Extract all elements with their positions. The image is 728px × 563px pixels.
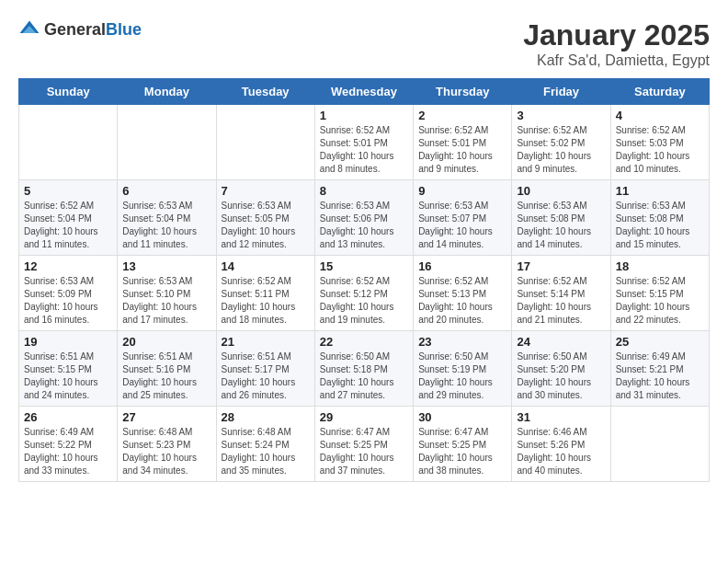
day-number: 8 [320, 184, 408, 198]
day-info: Sunrise: 6:53 AM Sunset: 5:10 PM Dayligh… [122, 275, 210, 327]
calendar-cell-day-12: 12Sunrise: 6:53 AM Sunset: 5:09 PM Dayli… [19, 256, 118, 331]
calendar-header-sunday: Sunday [19, 79, 118, 105]
day-number: 11 [616, 184, 704, 198]
calendar-cell-day-11: 11Sunrise: 6:53 AM Sunset: 5:08 PM Dayli… [610, 180, 709, 256]
calendar-cell-day-21: 21Sunrise: 6:51 AM Sunset: 5:17 PM Dayli… [216, 331, 314, 407]
calendar-cell-day-31: 31Sunrise: 6:46 AM Sunset: 5:26 PM Dayli… [512, 407, 610, 482]
calendar-cell-day-13: 13Sunrise: 6:53 AM Sunset: 5:10 PM Dayli… [118, 256, 216, 331]
calendar-cell-day-4: 4Sunrise: 6:52 AM Sunset: 5:03 PM Daylig… [610, 105, 709, 180]
calendar-cell-day-24: 24Sunrise: 6:50 AM Sunset: 5:20 PM Dayli… [512, 331, 610, 407]
calendar-cell-empty [19, 105, 118, 180]
day-info: Sunrise: 6:52 AM Sunset: 5:03 PM Dayligh… [616, 124, 704, 176]
day-info: Sunrise: 6:53 AM Sunset: 5:08 PM Dayligh… [616, 200, 704, 251]
day-number: 1 [320, 109, 408, 122]
day-info: Sunrise: 6:46 AM Sunset: 5:26 PM Dayligh… [517, 426, 605, 477]
day-number: 20 [122, 335, 210, 349]
calendar-cell-day-14: 14Sunrise: 6:52 AM Sunset: 5:11 PM Dayli… [216, 256, 314, 331]
day-number: 7 [222, 184, 310, 198]
calendar-cell-day-3: 3Sunrise: 6:52 AM Sunset: 5:02 PM Daylig… [512, 105, 610, 180]
month-title: January 2025 [523, 18, 710, 52]
day-number: 5 [24, 184, 112, 198]
calendar-cell-day-18: 18Sunrise: 6:52 AM Sunset: 5:15 PM Dayli… [610, 256, 709, 331]
calendar-cell-day-10: 10Sunrise: 6:53 AM Sunset: 5:08 PM Dayli… [512, 180, 610, 256]
day-number: 15 [320, 259, 408, 273]
calendar: SundayMondayTuesdayWednesdayThursdayFrid… [18, 78, 710, 482]
logo-icon [18, 18, 40, 40]
day-info: Sunrise: 6:52 AM Sunset: 5:15 PM Dayligh… [616, 275, 704, 327]
day-number: 22 [320, 335, 408, 349]
calendar-cell-day-1: 1Sunrise: 6:52 AM Sunset: 5:01 PM Daylig… [314, 105, 413, 180]
day-number: 21 [222, 335, 310, 349]
day-info: Sunrise: 6:53 AM Sunset: 5:07 PM Dayligh… [418, 200, 506, 251]
calendar-cell-day-30: 30Sunrise: 6:47 AM Sunset: 5:25 PM Dayli… [414, 407, 512, 482]
calendar-cell-day-19: 19Sunrise: 6:51 AM Sunset: 5:15 PM Dayli… [19, 331, 118, 407]
calendar-cell-day-2: 2Sunrise: 6:52 AM Sunset: 5:01 PM Daylig… [414, 105, 512, 180]
day-info: Sunrise: 6:52 AM Sunset: 5:01 PM Dayligh… [418, 124, 506, 176]
logo: GeneralBlue [18, 18, 142, 40]
location-title: Kafr Sa'd, Damietta, Egypt [523, 52, 710, 69]
page-header: GeneralBlue January 2025 Kafr Sa'd, Dami… [18, 18, 710, 69]
day-info: Sunrise: 6:50 AM Sunset: 5:18 PM Dayligh… [320, 350, 408, 402]
day-info: Sunrise: 6:50 AM Sunset: 5:20 PM Dayligh… [517, 350, 605, 402]
day-number: 6 [122, 184, 210, 198]
day-number: 30 [418, 410, 506, 424]
day-info: Sunrise: 6:51 AM Sunset: 5:17 PM Dayligh… [222, 350, 310, 402]
day-number: 27 [122, 410, 210, 424]
day-number: 14 [222, 259, 310, 273]
day-number: 17 [517, 259, 605, 273]
calendar-cell-day-27: 27Sunrise: 6:48 AM Sunset: 5:23 PM Dayli… [118, 407, 216, 482]
calendar-cell-day-7: 7Sunrise: 6:53 AM Sunset: 5:05 PM Daylig… [216, 180, 314, 256]
day-info: Sunrise: 6:52 AM Sunset: 5:01 PM Dayligh… [320, 124, 408, 176]
calendar-header-saturday: Saturday [610, 79, 709, 105]
day-info: Sunrise: 6:52 AM Sunset: 5:02 PM Dayligh… [517, 124, 605, 176]
day-info: Sunrise: 6:51 AM Sunset: 5:15 PM Dayligh… [24, 350, 112, 402]
day-info: Sunrise: 6:47 AM Sunset: 5:25 PM Dayligh… [418, 426, 506, 477]
calendar-cell-day-26: 26Sunrise: 6:49 AM Sunset: 5:22 PM Dayli… [19, 407, 118, 482]
day-number: 12 [24, 259, 112, 273]
day-info: Sunrise: 6:48 AM Sunset: 5:24 PM Dayligh… [222, 426, 310, 477]
day-number: 16 [418, 259, 506, 273]
day-number: 4 [616, 109, 704, 122]
calendar-header-friday: Friday [512, 79, 610, 105]
logo-general: General [44, 20, 106, 39]
calendar-cell-day-28: 28Sunrise: 6:48 AM Sunset: 5:24 PM Dayli… [216, 407, 314, 482]
day-info: Sunrise: 6:53 AM Sunset: 5:08 PM Dayligh… [517, 200, 605, 251]
day-info: Sunrise: 6:53 AM Sunset: 5:04 PM Dayligh… [122, 200, 210, 251]
day-info: Sunrise: 6:48 AM Sunset: 5:23 PM Dayligh… [122, 426, 210, 477]
day-number: 3 [517, 109, 605, 122]
day-info: Sunrise: 6:50 AM Sunset: 5:19 PM Dayligh… [418, 350, 506, 402]
day-info: Sunrise: 6:52 AM Sunset: 5:11 PM Dayligh… [222, 275, 310, 327]
title-block: January 2025 Kafr Sa'd, Damietta, Egypt [523, 18, 710, 69]
logo-blue: Blue [106, 20, 142, 39]
calendar-header-tuesday: Tuesday [216, 79, 314, 105]
day-number: 23 [418, 335, 506, 349]
calendar-header-monday: Monday [118, 79, 216, 105]
day-info: Sunrise: 6:52 AM Sunset: 5:14 PM Dayligh… [517, 275, 605, 327]
day-number: 24 [517, 335, 605, 349]
day-info: Sunrise: 6:52 AM Sunset: 5:04 PM Dayligh… [24, 200, 112, 251]
day-number: 18 [616, 259, 704, 273]
day-number: 25 [616, 335, 704, 349]
calendar-header-thursday: Thursday [414, 79, 512, 105]
calendar-cell-day-8: 8Sunrise: 6:53 AM Sunset: 5:06 PM Daylig… [314, 180, 413, 256]
day-number: 28 [222, 410, 310, 424]
calendar-cell-day-20: 20Sunrise: 6:51 AM Sunset: 5:16 PM Dayli… [118, 331, 216, 407]
day-number: 2 [418, 109, 506, 122]
day-info: Sunrise: 6:47 AM Sunset: 5:25 PM Dayligh… [320, 426, 408, 477]
day-info: Sunrise: 6:49 AM Sunset: 5:22 PM Dayligh… [24, 426, 112, 477]
day-info: Sunrise: 6:49 AM Sunset: 5:21 PM Dayligh… [616, 350, 704, 402]
day-number: 26 [24, 410, 112, 424]
day-number: 19 [24, 335, 112, 349]
day-info: Sunrise: 6:52 AM Sunset: 5:13 PM Dayligh… [418, 275, 506, 327]
calendar-cell-day-15: 15Sunrise: 6:52 AM Sunset: 5:12 PM Dayli… [314, 256, 413, 331]
calendar-cell-day-9: 9Sunrise: 6:53 AM Sunset: 5:07 PM Daylig… [414, 180, 512, 256]
day-info: Sunrise: 6:52 AM Sunset: 5:12 PM Dayligh… [320, 275, 408, 327]
day-number: 9 [418, 184, 506, 198]
day-number: 13 [122, 259, 210, 273]
calendar-cell-empty [216, 105, 314, 180]
calendar-cell-empty [610, 407, 709, 482]
calendar-cell-day-6: 6Sunrise: 6:53 AM Sunset: 5:04 PM Daylig… [118, 180, 216, 256]
calendar-cell-day-22: 22Sunrise: 6:50 AM Sunset: 5:18 PM Dayli… [314, 331, 413, 407]
day-info: Sunrise: 6:53 AM Sunset: 5:06 PM Dayligh… [320, 200, 408, 251]
calendar-cell-day-16: 16Sunrise: 6:52 AM Sunset: 5:13 PM Dayli… [414, 256, 512, 331]
